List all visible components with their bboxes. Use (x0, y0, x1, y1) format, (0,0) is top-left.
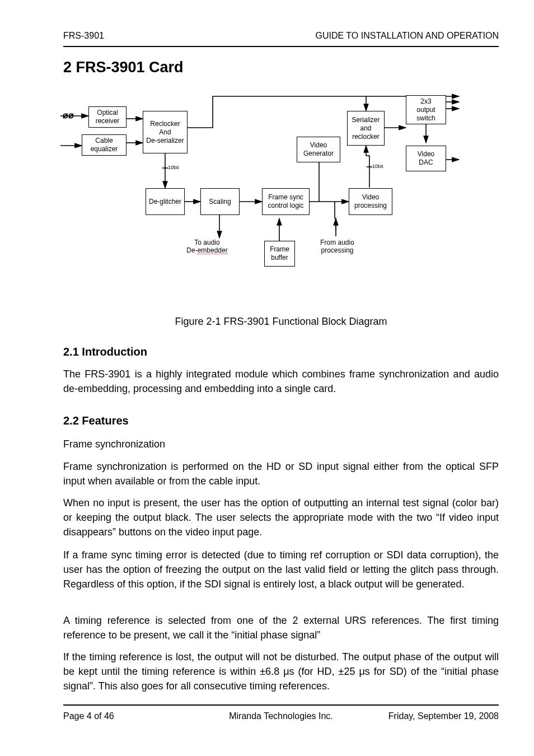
box-reclocker-deserializer: ReclockerAndDe-serializer (143, 111, 188, 153)
box-optical-receiver: Opticalreceiver (88, 106, 127, 128)
box-frame-sync-control: Frame synccontrol logic (262, 188, 310, 215)
box-cable-equalizer: Cableequalizer (82, 134, 127, 156)
header-rule (63, 46, 499, 47)
section-intro-p1: The FRS-3901 is a highly integrated modu… (63, 367, 499, 396)
header-left: FRS-3901 (63, 31, 104, 41)
section-features-p4: A timing reference is selected from one … (63, 613, 499, 642)
section-features-p3: If a frame sync timing error is detected… (63, 548, 499, 591)
box-video-generator: VideoGenerator (297, 137, 340, 162)
label-10bit-left: 10bit (168, 165, 179, 170)
box-scaling: Scaling (200, 188, 240, 215)
label-from-audio: From audioprocessing (311, 239, 364, 254)
box-frame-buffer: Framebuffer (264, 241, 295, 267)
box-video-dac: VideoDAC (406, 146, 446, 171)
section-features-heading: 2.2 Features (63, 414, 129, 427)
label-to-audio: To audio De-embedder (168, 239, 246, 254)
section-intro-heading: 2.1 Introduction (63, 346, 147, 358)
header-right: GUIDE TO INSTALLATION AND OPERATION (316, 31, 499, 41)
box-serializer-reclocker: Serializerandreclocker (347, 111, 385, 146)
footer-rule (63, 704, 499, 706)
figure-caption: Figure 2-1 FRS-3901 Functional Block Dia… (63, 316, 499, 328)
section-features-p1: Frame synchronization is performed on th… (63, 459, 499, 488)
box-output-switch: 2x3outputswitch (406, 95, 446, 124)
block-diagram: ⌀⌀ Opticalreceiver Cableequalizer Recloc… (56, 90, 498, 314)
box-deglitcher: De-glitcher (146, 188, 185, 215)
box-video-processing: Videoprocessing (349, 188, 392, 215)
label-10bit-right: 10bit (372, 164, 383, 169)
section-features-frame-sync: Frame synchronization (63, 437, 499, 451)
fiber-icon: ⌀⌀ (63, 110, 74, 120)
page-title: 2 FRS-3901 Card (63, 59, 184, 76)
section-features-p2: When no input is present, the user has t… (63, 496, 499, 539)
section-features-p5: If the timing reference is lost, the out… (63, 650, 499, 693)
footer-date: Friday, September 19, 2008 (388, 711, 499, 721)
